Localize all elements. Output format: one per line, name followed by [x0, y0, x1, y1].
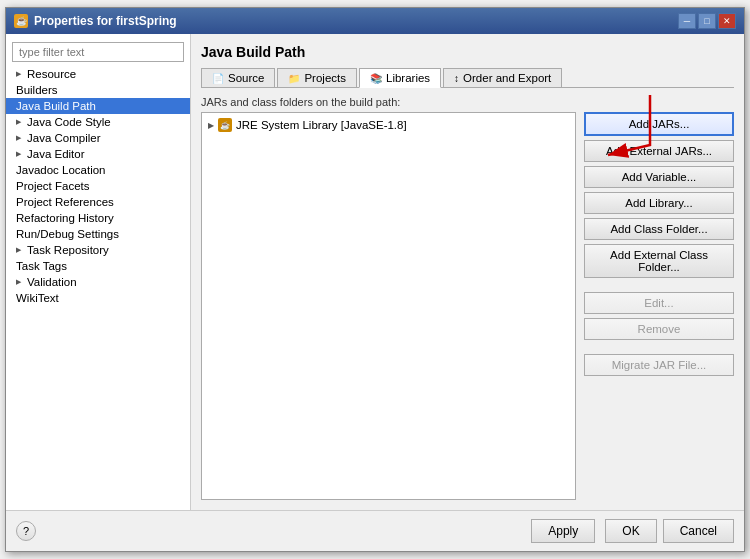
sidebar-item-builders[interactable]: Builders	[6, 82, 190, 98]
add-library-button[interactable]: Add Library...	[584, 192, 734, 214]
maximize-button[interactable]: □	[698, 13, 716, 29]
sidebar-item-refactoring-history[interactable]: Refactoring History	[6, 210, 190, 226]
sidebar-item-javadoc-location[interactable]: Javadoc Location	[6, 162, 190, 178]
libraries-tab-icon: 📚	[370, 73, 382, 84]
tree-expand-arrow: ▶	[208, 121, 214, 130]
sidebar-item-run-debug-settings[interactable]: Run/Debug Settings	[6, 226, 190, 242]
filter-input[interactable]	[12, 42, 184, 62]
sidebar-item-java-code-style[interactable]: Java Code Style	[6, 114, 190, 130]
tree-panel[interactable]: ▶ ☕ JRE System Library [JavaSE-1.8]	[201, 112, 576, 500]
sidebar-item-wikitext[interactable]: WikiText	[6, 290, 190, 306]
help-button[interactable]: ?	[16, 521, 36, 541]
cancel-button[interactable]: Cancel	[663, 519, 734, 543]
add-class-folder-button[interactable]: Add Class Folder...	[584, 218, 734, 240]
sidebar-item-java-compiler[interactable]: Java Compiler	[6, 130, 190, 146]
page-title: Java Build Path	[201, 44, 734, 60]
left-nav-panel: Resource Builders Java Build Path Java C…	[6, 34, 191, 510]
tab-libraries-label: Libraries	[386, 72, 430, 84]
migrate-jar-button[interactable]: Migrate JAR File...	[584, 354, 734, 376]
tab-source[interactable]: 📄 Source	[201, 68, 275, 87]
close-button[interactable]: ✕	[718, 13, 736, 29]
title-bar-left: ☕ Properties for firstSpring	[14, 14, 177, 28]
ok-button[interactable]: OK	[605, 519, 656, 543]
properties-dialog: ☕ Properties for firstSpring ─ □ ✕ Resou…	[5, 7, 745, 552]
tab-projects[interactable]: 📁 Projects	[277, 68, 357, 87]
minimize-button[interactable]: ─	[678, 13, 696, 29]
dialog-title: Properties for firstSpring	[34, 14, 177, 28]
title-controls: ─ □ ✕	[678, 13, 736, 29]
tab-projects-label: Projects	[304, 72, 346, 84]
buttons-panel: Add JARs... Add External JARs... Add Var…	[584, 112, 734, 500]
order-export-tab-icon: ↕	[454, 73, 459, 84]
edit-button[interactable]: Edit...	[584, 292, 734, 314]
tree-item-jre[interactable]: ▶ ☕ JRE System Library [JavaSE-1.8]	[206, 117, 571, 133]
title-bar: ☕ Properties for firstSpring ─ □ ✕	[6, 8, 744, 34]
dialog-footer: ? Apply OK Cancel	[6, 510, 744, 551]
sidebar-item-java-editor[interactable]: Java Editor	[6, 146, 190, 162]
content-area: ▶ ☕ JRE System Library [JavaSE-1.8] Add …	[201, 112, 734, 500]
projects-tab-icon: 📁	[288, 73, 300, 84]
dialog-body: Resource Builders Java Build Path Java C…	[6, 34, 744, 510]
tabs-bar: 📄 Source 📁 Projects 📚 Libraries ↕ Order …	[201, 68, 734, 88]
tree-label: JARs and class folders on the build path…	[201, 96, 734, 108]
tab-source-label: Source	[228, 72, 264, 84]
tab-order-export[interactable]: ↕ Order and Export	[443, 68, 562, 87]
add-variable-button[interactable]: Add Variable...	[584, 166, 734, 188]
sidebar-item-task-tags[interactable]: Task Tags	[6, 258, 190, 274]
add-external-jars-button[interactable]: Add External JARs...	[584, 140, 734, 162]
tab-order-export-label: Order and Export	[463, 72, 551, 84]
jre-icon: ☕	[218, 118, 232, 132]
tab-libraries[interactable]: 📚 Libraries	[359, 68, 441, 88]
remove-button[interactable]: Remove	[584, 318, 734, 340]
source-tab-icon: 📄	[212, 73, 224, 84]
add-external-class-folder-button[interactable]: Add External Class Folder...	[584, 244, 734, 278]
apply-button[interactable]: Apply	[531, 519, 595, 543]
sidebar-item-java-build-path[interactable]: Java Build Path	[6, 98, 190, 114]
sidebar-item-validation[interactable]: Validation	[6, 274, 190, 290]
sidebar-item-project-references[interactable]: Project References	[6, 194, 190, 210]
dialog-icon: ☕	[14, 14, 28, 28]
footer-buttons: Apply OK Cancel	[531, 519, 734, 543]
sidebar-item-project-facets[interactable]: Project Facets	[6, 178, 190, 194]
sidebar-item-resource[interactable]: Resource	[6, 66, 190, 82]
right-panel: Java Build Path 📄 Source 📁 Projects 📚 Li…	[191, 34, 744, 510]
sidebar-item-task-repository[interactable]: Task Repository	[6, 242, 190, 258]
jre-label: JRE System Library [JavaSE-1.8]	[236, 119, 407, 131]
add-jars-button[interactable]: Add JARs...	[584, 112, 734, 136]
